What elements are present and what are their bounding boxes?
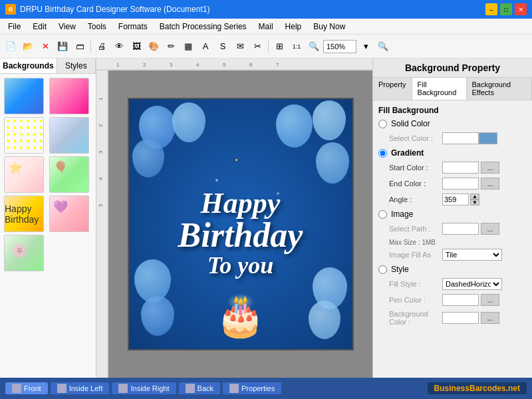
tab-properties-label: Properties: [241, 384, 275, 392]
maximize-button[interactable]: □: [500, 3, 512, 15]
menu-formats[interactable]: Formats: [113, 21, 153, 33]
back-icon: [186, 384, 195, 393]
bg-thumb-7[interactable]: Happy Birthday: [4, 196, 44, 232]
angle-row: Angle : 359 ▲ ▼: [378, 194, 527, 205]
image-fill-select[interactable]: Tile Stretch Center: [442, 249, 502, 261]
window-controls: – □ ✕: [485, 3, 527, 15]
svg-text:5: 5: [223, 62, 226, 68]
tab-background-effects[interactable]: Background Effects: [467, 78, 533, 100]
tab-properties[interactable]: Properties: [223, 382, 281, 394]
menu-edit[interactable]: Edit: [27, 21, 52, 33]
inside-left-icon: [57, 384, 66, 393]
prop-content: Fill Background Solid Color Select Color…: [373, 100, 532, 378]
title-text: DRPU Birthday Card Designer Software (Do…: [20, 5, 209, 14]
toolbar-text[interactable]: A: [198, 39, 213, 55]
toolbar-draw[interactable]: ✏: [163, 39, 179, 55]
tab-front[interactable]: Front: [5, 382, 48, 394]
panel-tab-backgrounds[interactable]: Backgrounds: [0, 59, 57, 73]
fill-style-select[interactable]: DashedHorizontal Solid Dotted: [442, 278, 502, 290]
select-color-label: Select Color :: [389, 134, 442, 142]
bg-thumb-8[interactable]: 💜: [49, 196, 89, 232]
bg-thumb-1[interactable]: [4, 78, 44, 114]
menu-view[interactable]: View: [53, 21, 81, 33]
toolbar-open[interactable]: 📂: [20, 39, 36, 55]
toolbar-preview[interactable]: 👁: [111, 39, 127, 55]
toolbar-new[interactable]: 📄: [3, 39, 19, 55]
toolbar: 📄 📂 ✕ 💾 🗃 🖨 👁 🖼 🎨 ✏ ▦ A S ✉ ✂ ⊞ 1:1 🔍 15…: [0, 35, 532, 59]
gradient-row: Gradient: [378, 148, 527, 158]
style-row: Style: [378, 265, 527, 274]
gradient-radio[interactable]: [378, 149, 387, 158]
panel-tab-styles[interactable]: Styles: [57, 59, 96, 73]
backgrounds-grid: ⭐ 🎈 Happy Birthday 💜 🌸: [0, 74, 96, 275]
toolbar-save2[interactable]: 🗃: [72, 39, 88, 55]
fill-bg-title: Fill Background: [378, 106, 527, 115]
toolbar-cut[interactable]: ✂: [249, 39, 265, 55]
gradient-label: Gradient: [391, 148, 424, 158]
max-size-text: Max Size : 1MB: [378, 239, 527, 246]
zoom-input[interactable]: 150%: [323, 40, 356, 53]
bg-color-btn[interactable]: ...: [481, 312, 499, 324]
angle-up-btn[interactable]: ▲: [470, 194, 479, 200]
toolbar-dropdown[interactable]: ▾: [358, 39, 374, 55]
select-color-blue-swatch: [479, 132, 497, 144]
toolbar-email[interactable]: ✉: [232, 39, 248, 55]
select-path-label: Select Path :: [389, 225, 442, 233]
bg-color-row: Background Color : ...: [378, 310, 527, 326]
image-radio[interactable]: [378, 210, 387, 219]
main-layout: Backgrounds Styles ⭐ 🎈 Happy Birthday 💜 …: [0, 59, 532, 378]
toolbar-image[interactable]: 🖼: [128, 39, 144, 55]
end-color-btn[interactable]: ...: [481, 178, 499, 190]
card-preview: Happy Birthday To you 🎂: [128, 98, 354, 350]
menu-mail[interactable]: Mail: [253, 21, 279, 33]
angle-down-btn[interactable]: ▼: [470, 200, 479, 205]
canvas-area: 1 2 3 4 5 6 7 1 2 3 4 5: [96, 59, 372, 378]
solid-color-radio[interactable]: [378, 120, 387, 128]
bg-thumb-3[interactable]: [4, 117, 44, 154]
svg-rect-9: [96, 70, 108, 378]
tab-property[interactable]: Property: [373, 78, 412, 100]
tab-inside-left[interactable]: Inside Left: [51, 382, 110, 394]
tab-inside-right[interactable]: Inside Right: [112, 382, 176, 394]
toolbar-zoomout[interactable]: 🔍: [375, 39, 391, 55]
toolbar-print[interactable]: 🖨: [94, 39, 110, 55]
svg-text:6: 6: [249, 62, 253, 68]
toolbar-barcode[interactable]: ▦: [180, 39, 196, 55]
start-color-btn[interactable]: ...: [481, 162, 499, 174]
style-label: Style: [391, 265, 409, 274]
menu-tools[interactable]: Tools: [82, 21, 112, 33]
menu-buynow[interactable]: Buy Now: [308, 21, 350, 33]
toolbar-zoomin[interactable]: 🔍: [306, 39, 322, 55]
toolbar-ratio[interactable]: 1:1: [289, 39, 305, 55]
svg-text:3: 3: [98, 150, 104, 154]
bg-thumb-2[interactable]: [49, 78, 89, 114]
menu-help[interactable]: Help: [280, 21, 307, 33]
tab-fill-background[interactable]: Fill Background: [412, 78, 467, 100]
bg-thumb-4[interactable]: [49, 117, 89, 154]
minimize-button[interactable]: –: [485, 3, 497, 15]
pen-color-label: Pen Color :: [389, 296, 442, 304]
toolbar-shape[interactable]: S: [215, 39, 231, 55]
toolbar-save[interactable]: 💾: [55, 39, 70, 55]
bg-thumb-6[interactable]: 🎈: [49, 156, 89, 193]
tab-back[interactable]: Back: [179, 382, 220, 394]
toolbar-grid[interactable]: ⊞: [271, 39, 287, 55]
inside-right-icon: [118, 384, 128, 393]
bg-color-swatch: [442, 312, 479, 324]
panel-tabs: Backgrounds Styles: [0, 59, 96, 74]
bg-thumb-9[interactable]: 🌸: [4, 235, 44, 271]
select-path-btn[interactable]: ...: [481, 223, 499, 235]
image-row: Image: [378, 209, 527, 219]
select-color-row: Select Color :: [378, 132, 527, 144]
toolbar-color[interactable]: 🎨: [146, 39, 162, 55]
solid-color-row: Solid Color: [378, 119, 527, 128]
angle-input[interactable]: 359: [442, 194, 469, 205]
menu-file[interactable]: File: [3, 21, 26, 33]
svg-text:4: 4: [196, 62, 200, 68]
toolbar-close[interactable]: ✕: [37, 39, 53, 55]
style-radio[interactable]: [378, 265, 387, 274]
pen-color-btn[interactable]: ...: [481, 294, 499, 306]
close-button[interactable]: ✕: [515, 3, 527, 15]
menu-batch[interactable]: Batch Processing Series: [154, 21, 252, 33]
bg-thumb-5[interactable]: ⭐: [4, 156, 44, 193]
